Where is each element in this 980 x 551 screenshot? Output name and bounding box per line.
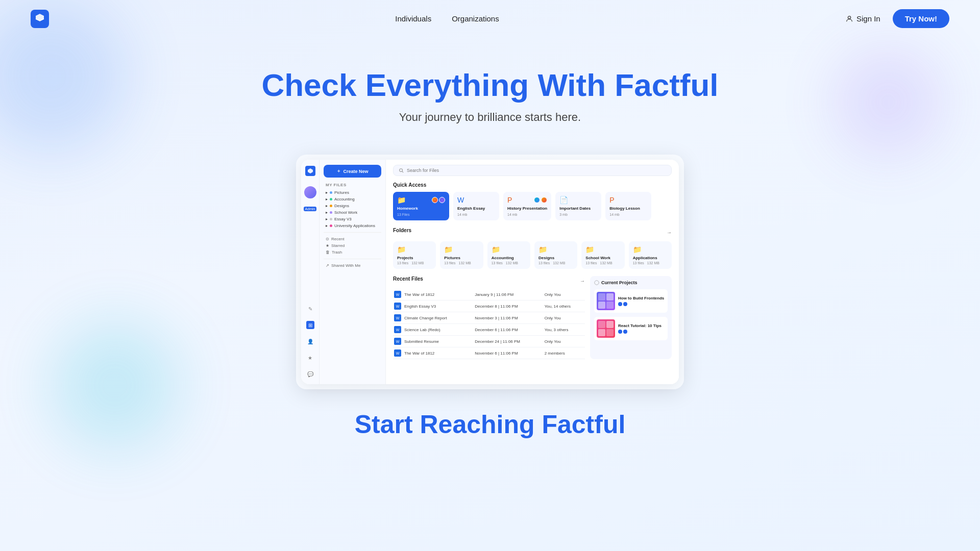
grid-icon[interactable]: ⊞: [306, 321, 314, 329]
project-toggle[interactable]: [618, 330, 665, 334]
qa-card-size: 14 mb: [457, 213, 495, 216]
toggle-dot: [618, 302, 622, 306]
project-toggle[interactable]: [618, 302, 665, 306]
folder-pictures[interactable]: 📁 Pictures 13 files 132 MB: [440, 241, 483, 269]
table-row[interactable]: WThe War of 1812 November 6 | 11:06 PM 2…: [393, 347, 585, 359]
folder-designs[interactable]: 📁 Designs 13 files 132 MB: [534, 241, 577, 269]
qa-card-biology[interactable]: P Biology Lesson 14 mb: [605, 192, 651, 220]
project-thumb: [597, 292, 615, 310]
app-mockup: Admin ✎ ⊞ 👤 ★ 💬 ＋ Create New My Files ▸ …: [296, 155, 684, 389]
sidebar-logo: [305, 166, 315, 176]
svg-marker-2: [308, 168, 313, 173]
folder-icon: 📁: [397, 196, 406, 204]
bottom-teaser: Start Reaching Factful: [0, 389, 980, 449]
folders-row: 📁 Projects 13 files 132 MB 📁 Pictures 13…: [393, 241, 672, 269]
nav-individuals[interactable]: Individuals: [395, 14, 431, 23]
folder-accounting[interactable]: 📁 Accounting 13 files 132 MB: [487, 241, 530, 269]
file-icon: W: [394, 326, 401, 333]
ppt-icon: P: [507, 196, 512, 204]
users-icon[interactable]: 👤: [306, 337, 314, 345]
sidebar-item-school-work[interactable]: ▸ School Work: [324, 209, 381, 216]
nav-links: Individuals Organizations: [395, 14, 499, 23]
folder-meta: 13 files 132 MB: [585, 261, 620, 265]
current-projects-title: Current Projects: [594, 280, 668, 285]
project-name: How to Build Frontends: [618, 296, 665, 300]
folders-label: Folders: [393, 228, 411, 233]
qa-card-size: 3 mb: [559, 213, 597, 216]
search-bar[interactable]: [393, 165, 672, 176]
folder-accounting-icon: 📁: [492, 245, 526, 254]
folder-meta: 13 files 132 MB: [492, 261, 526, 265]
search-input[interactable]: [407, 168, 666, 173]
table-row[interactable]: WThe War of 1812 January 9 | 11:06 PM On…: [393, 289, 585, 300]
folder-name: Designs: [538, 256, 573, 260]
logo[interactable]: [31, 10, 49, 28]
user-avatar[interactable]: [304, 186, 316, 198]
qa-card-name: Biology Lesson: [609, 206, 647, 211]
project-item-2[interactable]: React Tutorial: 10 Tips: [594, 317, 668, 340]
folder-meta: 13 files 132 MB: [538, 261, 573, 265]
qa-card-history[interactable]: P History Presentation 14 mb: [503, 192, 551, 220]
folder-projects-icon: 📁: [397, 245, 432, 254]
qa-card-size: 13 Files: [397, 213, 445, 216]
recent-arrow[interactable]: →: [580, 278, 585, 284]
nav-organizations[interactable]: Organizations: [452, 14, 499, 23]
sidebar-icons: Admin ✎ ⊞ 👤 ★ 💬: [301, 160, 320, 384]
chat-icon[interactable]: 💬: [306, 370, 314, 378]
table-row[interactable]: WEnglish Essay V3 December 8 | 11:06 PM …: [393, 300, 585, 312]
recent-header: Recent Files →: [393, 276, 585, 286]
folder-applications-icon: 📁: [633, 245, 668, 254]
qa-card-name: History Presentation: [507, 206, 547, 211]
folder-applications[interactable]: 📁 Applications 13 files 132 MB: [629, 241, 672, 269]
sidebar-item-essay[interactable]: ▸ Essay V3: [324, 216, 381, 222]
sidebar-item-university[interactable]: ▸ University Applications: [324, 222, 381, 229]
table-row[interactable]: WSubmitted Resume December 24 | 11:06 PM…: [393, 336, 585, 347]
sign-in-button[interactable]: Sign In: [845, 14, 880, 23]
project-info: How to Build Frontends: [618, 296, 665, 306]
app-mockup-wrapper: Admin ✎ ⊞ 👤 ★ 💬 ＋ Create New My Files ▸ …: [0, 155, 980, 389]
create-new-button[interactable]: ＋ Create New: [324, 165, 381, 178]
project-info: React Tutorial: 10 Tips: [618, 323, 665, 334]
recent-files-table: WThe War of 1812 January 9 | 11:06 PM On…: [393, 289, 585, 359]
ppt2-icon: P: [609, 196, 647, 204]
folder-pictures-icon: 📁: [444, 245, 479, 254]
folder-school-work[interactable]: 📁 School Work 13 files 132 MB: [581, 241, 624, 269]
file-icon: W: [394, 349, 401, 357]
table-row[interactable]: WScience Lab (Redo) December 6 | 11:06 P…: [393, 324, 585, 336]
file-icon: W: [394, 338, 401, 345]
toggle-dot: [623, 302, 627, 306]
qa-card-english-essay[interactable]: W English Essay 14 mb: [453, 192, 499, 220]
sidebar-item-pictures[interactable]: ▸ Pictures: [324, 189, 381, 196]
avatars: [534, 197, 547, 203]
star-icon[interactable]: ★: [306, 354, 314, 362]
app-shell: Admin ✎ ⊞ 👤 ★ 💬 ＋ Create New My Files ▸ …: [301, 160, 679, 384]
edit-icon[interactable]: ✎: [306, 305, 314, 313]
sidebar-item-designs[interactable]: ▸ Designs: [324, 203, 381, 209]
sidebar-trash[interactable]: 🗑 Trash: [324, 249, 381, 256]
table-row[interactable]: WClimate Change Report November 3 | 11:0…: [393, 312, 585, 324]
qa-card-important-dates[interactable]: 📄 Important Dates 3 mb: [555, 192, 601, 220]
bottom-section: Recent Files → WThe War of 1812 January …: [393, 276, 672, 359]
current-projects-panel: Current Projects: [590, 276, 672, 359]
try-now-button[interactable]: Try Now!: [893, 9, 949, 28]
sidebar-starred[interactable]: ★ Starred: [324, 242, 381, 249]
word-icon: W: [457, 196, 495, 204]
folder-projects[interactable]: 📁 Projects 13 files 132 MB: [393, 241, 436, 269]
recent-files-label: Recent Files: [393, 276, 423, 282]
toggle-dot: [618, 330, 622, 334]
project-thumb: [597, 319, 615, 338]
qa-card-size: 14 mb: [507, 213, 547, 216]
toggle-dot: [623, 330, 627, 334]
qa-card-homework[interactable]: 📁 Homework 13 Files: [393, 192, 449, 220]
qa-card-name: Important Dates: [559, 206, 597, 211]
sidebar-shared[interactable]: ↗ Shared With Me: [324, 262, 381, 269]
project-item-1[interactable]: How to Build Frontends: [594, 289, 668, 313]
sidebar-item-accounting[interactable]: ▸ Accounting: [324, 196, 381, 203]
folder-name: School Work: [585, 256, 620, 260]
folder-name: Accounting: [492, 256, 526, 260]
file-icon: W: [394, 291, 401, 298]
sidebar-recent[interactable]: ⊙ Recent: [324, 236, 381, 242]
projects-icon: [594, 280, 599, 285]
folders-arrow[interactable]: →: [667, 230, 672, 235]
admin-badge: Admin: [304, 207, 317, 211]
